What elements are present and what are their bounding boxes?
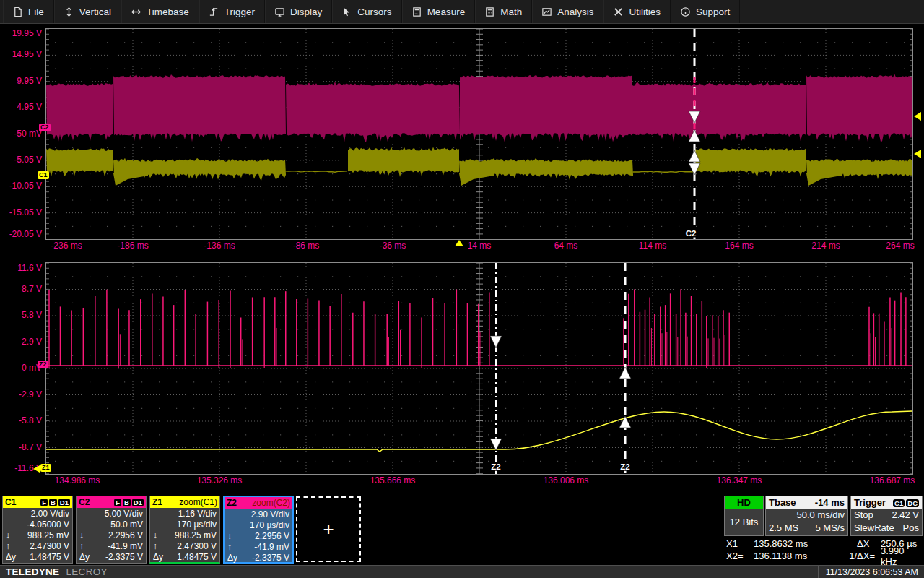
trigger-level-marker-c2-icon[interactable] — [914, 112, 921, 121]
zoom-offscreen-arrow-icon — [33, 465, 40, 473]
trigger-box[interactable]: Trigger C1DC Stop 2.42 V SlewRate Pos — [850, 496, 923, 536]
svg-text:Z2: Z2 — [491, 462, 500, 471]
tbase-rate: 5 MS/s — [816, 522, 845, 535]
x-axis-label: 214 ms — [791, 241, 860, 251]
zoom-descriptor-z2-selected[interactable]: Z2 zoom(C2) 2.90 V/div 170 µs/div ↓2.295… — [223, 496, 294, 564]
menu-math[interactable]: Math — [475, 0, 532, 23]
flag-b-badge: B — [123, 499, 131, 506]
calculator-icon — [484, 7, 495, 17]
min-value: 988.25 mV — [27, 530, 69, 540]
trigger-source-badge: C1 — [893, 499, 905, 507]
zoom-waveform-grid[interactable]: Z2Z2 — [45, 262, 913, 475]
vdiv-value: 5.00 V/div — [105, 509, 143, 519]
menu-trigger[interactable]: Trigger — [199, 0, 265, 23]
trigger-edge-icon — [209, 7, 219, 17]
flag-b-badge: B — [49, 499, 57, 506]
oscilloscope-screen: File Vertical Timebase Trigger Display C… — [0, 0, 924, 578]
brand-logo: TELEDYNE LECROY — [6, 566, 108, 577]
menu-label: File — [28, 7, 44, 17]
flag-f-badge: F — [114, 499, 121, 506]
menu-timebase[interactable]: Timebase — [121, 0, 199, 23]
trigger-mode: Stop — [854, 509, 873, 522]
menu-analysis[interactable]: Analysis — [532, 0, 603, 23]
svg-text:C2: C2 — [686, 229, 697, 238]
trend-chart-icon — [541, 7, 552, 17]
vdiv-value: 1.16 V/div — [178, 509, 217, 519]
max-arrow-icon: ↑ — [6, 541, 14, 551]
main-grid-canvas[interactable]: C2 — [46, 29, 912, 239]
max-arrow-icon: ↑ — [79, 541, 88, 551]
tbase-offset: -14 ms — [815, 496, 845, 509]
delta-y-value: 1.48475 V — [30, 552, 69, 562]
menu-vertical[interactable]: Vertical — [54, 0, 121, 23]
y-axis-label: -20.05 V — [0, 229, 42, 239]
channel-name: C2 — [79, 497, 90, 507]
max-value: -41.9 mV — [254, 542, 289, 552]
x-axis-label: -186 ms — [98, 241, 167, 251]
channel-position-badge: Z2 — [38, 361, 48, 368]
plus-icon: + — [323, 518, 334, 540]
delta-y-icon: Δy — [79, 552, 88, 562]
menu-display[interactable]: Display — [265, 0, 332, 23]
trigger-level-marker-c1-icon[interactable] — [914, 150, 921, 158]
x-axis-label: 135.326 ms — [185, 475, 254, 486]
y-axis-label: 5.8 V — [0, 310, 42, 320]
menu-file[interactable]: File — [3, 0, 54, 23]
trigger-level: 2.42 V — [892, 509, 919, 522]
channel-position-badge: Z1 — [40, 464, 51, 472]
trigger-label: Trigger — [854, 496, 886, 509]
x-axis-label: 264 ms — [866, 241, 924, 251]
channel-position-badge: C2 — [39, 124, 51, 131]
tdiv-value: 170 µs/div — [250, 520, 289, 530]
y-axis-label: 8.7 V — [0, 284, 42, 294]
delta-y-value: -2.3375 V — [252, 553, 289, 563]
main-waveform-grid[interactable]: C2 — [45, 28, 913, 240]
y-axis-label: -2.9 V — [0, 389, 42, 400]
timebase-box[interactable]: Tbase -14 ms 50.0 ms/div 2.5 MS 5 MS/s — [765, 496, 848, 536]
file-icon — [12, 7, 23, 17]
brand-lecroy: LECROY — [66, 566, 107, 577]
y-axis-label: -10.05 V — [0, 181, 42, 191]
channel-descriptor-c2[interactable]: C2 FBD1 5.00 V/div 50.0 mV ↓2.2956 V ↑-4… — [76, 496, 147, 564]
monitor-icon — [274, 7, 285, 17]
y-axis-label: -50 mV — [0, 129, 42, 139]
x-axis-label: -36 ms — [358, 241, 427, 251]
channel-position-badge: C1 — [38, 171, 49, 179]
cursor-readout-row2: X2= 136.1138 ms 1/ΔX= 3.990 kHz — [726, 550, 923, 562]
min-value: 988.25 mV — [175, 530, 217, 540]
x-axis-label: 114 ms — [618, 241, 687, 251]
max-arrow-icon: ↑ — [153, 541, 162, 551]
zoom-source: zoom(C2) — [252, 498, 290, 508]
hd-mode-box[interactable]: HD 12 Bits — [724, 496, 764, 536]
min-arrow-icon: ↓ — [79, 530, 88, 540]
x-axis-label: 164 ms — [705, 241, 774, 251]
zoom-descriptor-z1[interactable]: Z1 zoom(C1) 1.16 V/div 170 µs/div ↓988.2… — [149, 496, 220, 564]
trigger-coupling-badge: DC — [906, 499, 919, 507]
menu-utilities[interactable]: Utilities — [603, 0, 671, 23]
menu-measure[interactable]: Measure — [402, 0, 476, 23]
zoom-source: zoom(C1) — [179, 497, 217, 507]
add-trace-box[interactable]: + — [296, 496, 361, 562]
y-axis-label: 2.9 V — [0, 337, 42, 347]
x-axis-label: -86 ms — [271, 241, 341, 251]
menu-support[interactable]: Support — [671, 0, 740, 23]
vdiv-value: 2.90 V/div — [251, 509, 289, 519]
trigger-flags: C1DC — [892, 496, 919, 509]
channel-descriptor-c1[interactable]: C1 FBD1 2.00 V/div -4.05000 V ↓988.25 mV… — [2, 496, 73, 564]
offset-value: -4.05000 V — [27, 519, 69, 530]
zoom-grid-canvas[interactable]: Z2Z2 — [46, 263, 912, 474]
trigger-slope: Pos — [903, 522, 919, 535]
menu-cursors[interactable]: Cursors — [332, 0, 401, 23]
y-axis-label: 19.95 V — [0, 28, 42, 38]
y-axis-label: -8.7 V — [0, 442, 42, 452]
horizontal-arrows-icon — [131, 7, 141, 17]
x-axis-label: 135.666 ms — [358, 475, 427, 486]
trigger-time-marker-icon[interactable] — [455, 240, 463, 246]
max-value: 2.47300 V — [177, 541, 217, 551]
tdiv-value: 170 µs/div — [177, 519, 217, 530]
x-axis-label: 64 ms — [531, 241, 601, 251]
channel-name: Z1 — [152, 497, 162, 507]
menu-label: Measure — [427, 7, 466, 17]
pointer-icon — [341, 7, 352, 17]
tools-icon — [613, 7, 624, 17]
